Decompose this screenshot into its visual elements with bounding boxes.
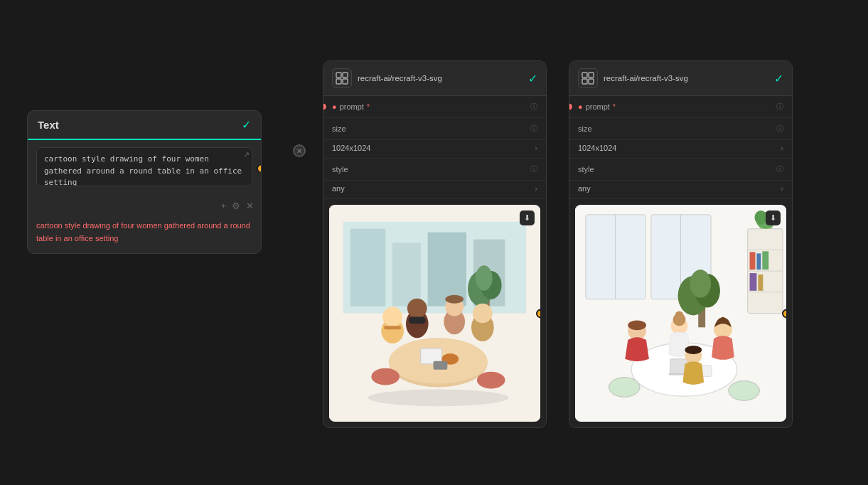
svg-point-31 [477,372,505,389]
svg-rect-8 [428,233,466,307]
svg-rect-18 [434,361,448,370]
recraft-node-2-style-info-icon[interactable]: ⓘ [776,164,783,174]
recraft-node-2-header-left: recraft-ai/recraft-v3-svg [578,68,688,88]
add-action-button[interactable]: + [220,201,226,211]
svg-point-71 [729,381,760,401]
recraft-node-2-output-connector [782,309,786,318]
recraft-node-2-check-icon: ✓ [774,72,783,85]
svg-rect-0 [336,73,341,78]
svg-point-23 [407,299,427,319]
recraft-icon-1 [332,68,352,88]
svg-rect-1 [343,73,348,78]
text-node: Text ✓ cartoon style drawing of four wom… [27,110,262,254]
prompt-dot-2: ● [578,102,583,111]
svg-rect-7 [392,243,421,307]
recraft-node-1-size-value-row[interactable]: 1024x1024 › [323,140,546,159]
recraft-node-2-size-chevron: › [781,144,783,152]
recraft-node-1-header-left: recraft-ai/recraft-v3-svg [332,68,442,88]
recraft-node-1-prompt-info-icon[interactable]: ⓘ [530,102,537,112]
recraft-node-1-prompt-connector [323,102,328,112]
recraft-icon-2 [578,68,598,88]
svg-point-32 [368,389,508,406]
text-input[interactable]: cartoon style drawing of four women gath… [36,147,252,186]
recraft-node-2-style-label: style [578,165,594,174]
recraft-node-1-style-label-row: style ⓘ [323,159,546,181]
svg-rect-24 [409,316,426,324]
recraft-node-2-style-value-row[interactable]: any › [569,181,792,199]
recraft-node-1-check-icon: ✓ [528,72,537,85]
svg-rect-36 [589,79,594,84]
recraft-node-1-image-preview: ⬇ [329,205,540,422]
svg-rect-33 [582,73,587,78]
recraft-node-1-size-value: 1024x1024 [332,144,370,152]
svg-point-63 [628,320,646,330]
settings-action-button[interactable]: ⚙ [232,201,240,211]
svg-rect-46 [750,252,756,270]
recraft-node-2-size-info-icon[interactable]: ⓘ [776,124,783,134]
recraft-node-1-output-connector [536,309,540,318]
recraft-node-2-style-chevron: › [781,184,783,193]
delete-action-button[interactable]: ✕ [246,201,254,211]
connection-junction: ✕ [293,144,306,157]
recraft-node-2-download-button[interactable]: ⬇ [766,210,781,225]
text-node-check-icon: ✓ [242,118,251,132]
external-link-icon[interactable]: ↗ [243,150,250,159]
recraft-node-2-size-label: size [578,124,592,133]
svg-point-29 [473,304,493,324]
prompt-required-star-2: * [613,103,616,111]
svg-point-30 [371,368,400,385]
recraft-node-2-style-value: any [578,184,591,193]
svg-point-13 [476,265,493,291]
svg-rect-50 [758,275,763,291]
recraft-node-1-size-label-row: size ⓘ [323,118,546,140]
recraft-node-2-prompt-info-icon[interactable]: ⓘ [776,102,783,112]
recraft-node-2: recraft-ai/recraft-v3-svg ✓ ● prompt * ⓘ… [569,60,793,428]
recraft-node-1-style-chevron: › [535,184,537,193]
recraft-node-2-prompt-connector [569,102,574,112]
svg-rect-3 [343,79,348,84]
recraft-node-1-header: recraft-ai/recraft-v3-svg ✓ [323,61,546,96]
prompt-required-star: * [367,103,370,111]
svg-rect-48 [762,251,768,270]
recraft-node-1-size-info-icon[interactable]: ⓘ [530,124,537,134]
recraft-node-1-title: recraft-ai/recraft-v3-svg [358,74,442,82]
recraft-node-1-style-value: any [332,184,345,193]
svg-rect-47 [756,253,761,270]
recraft-node-2-header: recraft-ai/recraft-v3-svg ✓ [569,61,792,96]
prompt-dot: ● [332,102,337,111]
svg-rect-34 [589,73,594,78]
recraft-node-2-title: recraft-ai/recraft-v3-svg [604,74,688,82]
recraft-node-1-style-label: style [332,165,348,174]
recraft-node-1: recraft-ai/recraft-v3-svg ✓ ● prompt * ⓘ… [323,60,547,428]
recraft-node-1-download-button[interactable]: ⬇ [520,210,535,225]
svg-point-70 [609,378,641,398]
text-node-content: cartoon style drawing of four women gath… [28,140,261,196]
recraft-node-2-style-label-row: style ⓘ [569,159,792,181]
recraft-node-1-prompt-label: ● prompt * [332,102,370,111]
text-node-output-connector [257,164,262,173]
svg-point-69 [685,346,702,354]
recraft-node-2-image-preview: ⬇ [575,205,786,422]
svg-rect-21 [384,326,401,329]
recraft-node-1-size-label: size [332,124,346,133]
svg-point-57 [690,270,711,298]
text-node-actions: + ⚙ ✕ [28,196,261,215]
recraft-node-1-prompt-row: ● prompt * ⓘ [323,96,546,118]
text-node-output-text: cartoon style drawing of four women gath… [28,215,261,253]
svg-rect-61 [702,366,712,377]
recraft-node-1-style-value-row[interactable]: any › [323,181,546,199]
recraft-node-1-size-chevron: › [535,144,537,152]
recraft-node-2-size-label-row: size ⓘ [569,118,792,140]
svg-point-27 [445,295,464,304]
recraft-node-2-prompt-row: ● prompt * ⓘ [569,96,792,118]
svg-point-66 [675,311,684,320]
svg-point-20 [382,307,402,327]
svg-rect-35 [582,79,587,84]
recraft-node-2-size-value: 1024x1024 [578,144,616,152]
recraft-node-2-prompt-label: ● prompt * [578,102,616,111]
svg-rect-6 [350,229,386,307]
recraft-node-2-size-value-row[interactable]: 1024x1024 › [569,140,792,159]
text-node-title: Text [38,119,59,131]
text-node-header: Text ✓ [28,111,261,140]
recraft-node-1-style-info-icon[interactable]: ⓘ [530,164,537,174]
